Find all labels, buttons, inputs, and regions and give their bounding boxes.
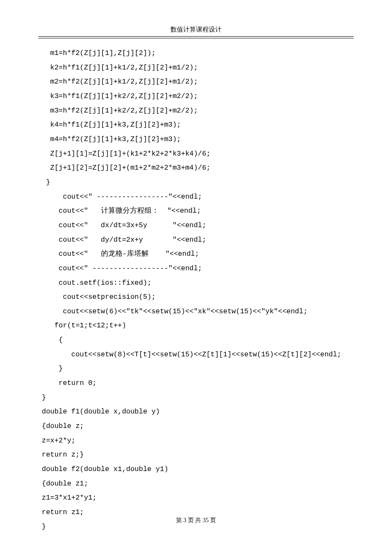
header-rule [38,38,354,38]
code-content: m1=h*f2(Z[j][1],Z[j][2]); k2=h*f1(Z[j][1… [38,46,354,534]
page-footer: 第 3 页 共 35 页 [0,517,392,524]
document-page: 数值计算课程设计 m1=h*f2(Z[j][1],Z[j][2]); k2=h*… [0,0,392,534]
page-header-title: 数值计算课程设计 [38,26,354,37]
